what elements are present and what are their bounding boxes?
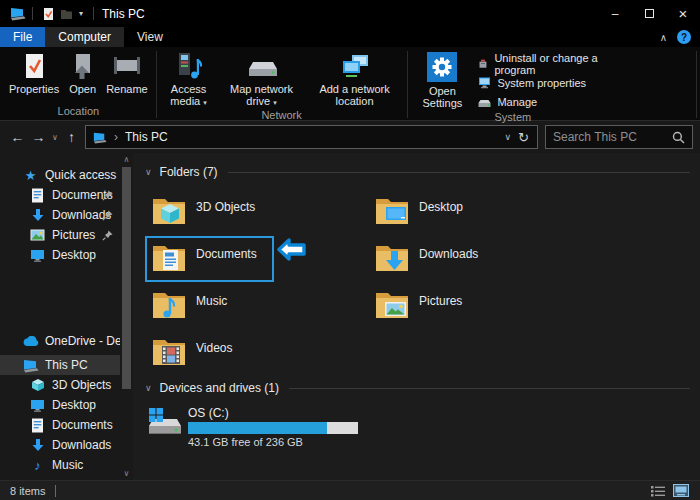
large-icons-view-button[interactable] — [672, 483, 690, 499]
document-icon — [29, 187, 46, 203]
scrollbar-thumb[interactable] — [122, 167, 131, 389]
manage-button[interactable]: Manage — [474, 92, 615, 111]
sidebar-item-desktop-2[interactable]: Desktop — [0, 395, 133, 415]
window-title: This PC — [102, 7, 145, 21]
manage-icon — [478, 95, 491, 108]
folder-desktop-icon — [374, 195, 410, 226]
sidebar-item-music[interactable]: ♪ Music — [0, 455, 133, 475]
search-icon[interactable] — [672, 131, 685, 144]
ribbon-group-label-network: Network — [160, 109, 404, 122]
scroll-down-icon[interactable]: ∨ — [124, 467, 130, 480]
sidebar-item-desktop[interactable]: Desktop — [0, 245, 133, 265]
up-button[interactable]: ↑ — [61, 129, 82, 145]
address-bar[interactable]: › This PC ∨ ↻ — [85, 125, 538, 149]
close-button[interactable]: × — [666, 0, 700, 27]
sidebar-item-quick-access[interactable]: ★ Quick access — [0, 165, 133, 185]
folder-label: Downloads — [419, 247, 478, 261]
pin-icon — [102, 190, 113, 204]
drive-usage-fill — [188, 422, 327, 434]
tab-computer[interactable]: Computer — [45, 27, 124, 47]
minimize-ribbon-icon[interactable]: ∧ — [654, 27, 673, 47]
main-area: ★ Quick access Documents Downloads Pictu… — [0, 153, 700, 480]
qat-properties-button[interactable] — [39, 5, 57, 23]
collapse-chevron-icon[interactable]: ∨ — [145, 167, 152, 177]
access-media-icon — [174, 52, 204, 80]
uninstall-icon — [478, 57, 488, 70]
minimize-button[interactable]: – — [598, 0, 632, 27]
add-network-location-icon — [339, 52, 371, 80]
access-media-button[interactable]: Access media ▾ — [160, 49, 218, 109]
folder-videos-icon — [151, 336, 187, 367]
refresh-icon[interactable]: ↻ — [518, 130, 529, 145]
ribbon-group-label-location: Location — [4, 105, 153, 120]
pictures-icon — [29, 227, 46, 243]
tab-view[interactable]: View — [124, 27, 176, 47]
qat-customize-caret-icon[interactable]: ▾ — [79, 9, 83, 18]
breadcrumb-chevron-icon[interactable]: › — [114, 130, 118, 144]
pin-icon — [102, 210, 113, 224]
back-button[interactable]: ← — [7, 129, 28, 145]
folder-tile-pictures[interactable]: Pictures — [368, 283, 497, 329]
document-icon — [29, 417, 46, 433]
titlebar-divider-2 — [93, 7, 94, 20]
sidebar-item-downloads-2[interactable]: Downloads — [0, 435, 133, 455]
help-icon[interactable]: ? — [677, 30, 691, 44]
breadcrumb-location[interactable]: This PC — [125, 130, 168, 144]
system-properties-icon — [478, 76, 491, 89]
open-settings-button[interactable]: Open Settings — [410, 49, 474, 109]
recent-locations-caret-icon[interactable]: ∨ — [49, 133, 61, 142]
search-box — [545, 125, 693, 149]
drives-section-header[interactable]: ∨ Devices and drives (1) — [145, 379, 690, 397]
properties-button[interactable]: Properties — [4, 49, 64, 95]
scroll-up-icon[interactable]: ∧ — [124, 153, 130, 166]
ribbon-group-network: Access media ▾ Map network drive ▾ Add a… — [160, 49, 404, 120]
sidebar-item-3d-objects[interactable]: 3D Objects — [0, 375, 133, 395]
sidebar-item-documents-2[interactable]: Documents — [0, 415, 133, 435]
folder-tile-videos[interactable]: Videos — [145, 330, 274, 376]
system-properties-button[interactable]: System properties — [474, 73, 615, 92]
sidebar-item-this-pc[interactable]: This PC — [0, 355, 120, 375]
sidebar-item-pictures[interactable]: Pictures — [0, 225, 133, 245]
ribbon-divider — [696, 51, 697, 118]
section-rule — [289, 388, 690, 389]
items-count: 8 items — [10, 485, 45, 497]
open-button[interactable]: Open — [64, 49, 101, 95]
maximize-button[interactable] — [632, 0, 666, 27]
tab-file[interactable]: File — [0, 27, 45, 47]
folder-tile-desktop[interactable]: Desktop — [368, 189, 497, 235]
folder-tile-downloads[interactable]: Downloads — [368, 236, 497, 282]
sidebar-item-documents[interactable]: Documents — [0, 185, 133, 205]
folders-grid: 3D Objects Desktop Documents Downloads M… — [145, 189, 690, 377]
details-view-button[interactable] — [649, 483, 667, 499]
folders-section-header[interactable]: ∨ Folders (7) — [145, 163, 690, 181]
add-network-location-button[interactable]: Add a network location — [306, 49, 404, 107]
address-dropdown-caret-icon[interactable]: ∨ — [505, 132, 512, 142]
folder-documents-icon — [151, 242, 187, 273]
folder-tile-music[interactable]: Music — [145, 283, 274, 329]
map-network-drive-button[interactable]: Map network drive ▾ — [218, 49, 306, 109]
rename-button[interactable]: Rename — [101, 49, 153, 95]
drive-tile-os-c[interactable]: OS (C:) 43.1 GB free of 236 GB — [145, 406, 690, 448]
this-pc-app-icon — [9, 6, 26, 21]
explorer-window: ▾ This PC – × File Computer View ∧ ? Pro… — [0, 0, 700, 500]
forward-button[interactable]: → — [28, 129, 49, 145]
qat-new-folder-button[interactable] — [57, 5, 75, 23]
desktop-icon — [29, 397, 46, 413]
sidebar-item-downloads[interactable]: Downloads — [0, 205, 133, 225]
folder-tile-3d-objects[interactable]: 3D Objects — [145, 189, 274, 235]
search-input[interactable] — [553, 130, 672, 144]
collapse-chevron-icon[interactable]: ∨ — [145, 383, 152, 393]
folder-tile-documents[interactable]: Documents — [145, 236, 274, 282]
rename-icon — [112, 52, 142, 80]
ribbon-divider — [156, 51, 157, 118]
this-pc-icon — [92, 131, 107, 144]
desktop-icon — [29, 247, 46, 263]
sidebar-item-onedrive[interactable]: OneDrive - Dell Te — [0, 331, 133, 351]
music-note-icon: ♪ — [29, 457, 46, 473]
uninstall-program-button[interactable]: Uninstall or change a program — [474, 54, 615, 73]
open-icon — [69, 52, 96, 80]
sidebar-scrollbar[interactable]: ∧ ∨ — [120, 153, 133, 480]
drive-usage-bar — [188, 422, 358, 434]
folder-label: Music — [196, 294, 227, 308]
new-folder-icon — [60, 8, 73, 20]
